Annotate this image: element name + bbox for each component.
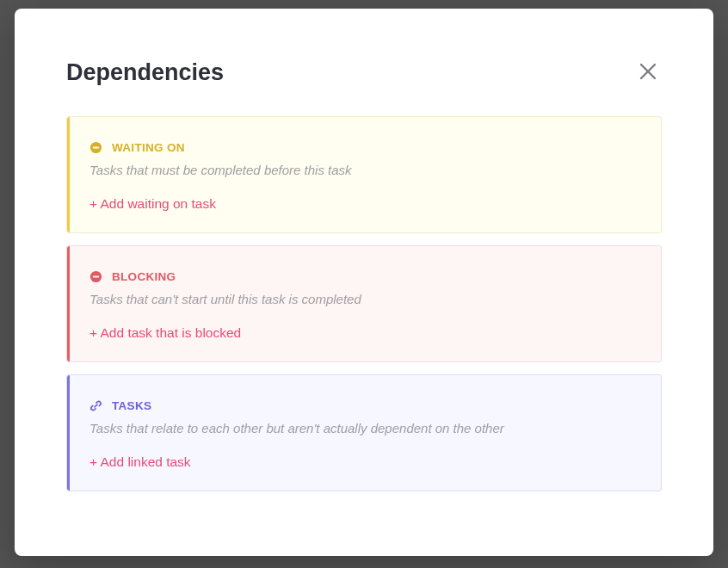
svg-rect-5 (93, 276, 100, 278)
add-blocking-button[interactable]: + Add task that is blocked (89, 325, 241, 341)
section-description: Tasks that must be completed before this… (89, 163, 639, 177)
section-header: BLOCKING (89, 270, 639, 283)
section-description: Tasks that can't start until this task i… (89, 292, 639, 306)
add-linked-task-button[interactable]: + Add linked task (89, 454, 191, 470)
link-icon (89, 399, 102, 412)
minus-circle-icon (89, 270, 102, 283)
section-description: Tasks that relate to each other but aren… (89, 421, 639, 435)
section-label: TASKS (112, 399, 151, 412)
section-waiting-on: WAITING ON Tasks that must be completed … (66, 116, 662, 233)
section-header: WAITING ON (89, 141, 639, 154)
section-linked-tasks: TASKS Tasks that relate to each other bu… (66, 374, 662, 491)
close-button[interactable] (634, 59, 662, 86)
section-header: TASKS (89, 399, 639, 412)
dependencies-modal: Dependencies WAITING ON Tasks that must … (15, 9, 713, 556)
minus-circle-icon (89, 141, 102, 154)
close-icon (638, 61, 658, 84)
add-waiting-on-button[interactable]: + Add waiting on task (89, 196, 216, 212)
modal-header: Dependencies (66, 59, 662, 86)
svg-rect-3 (93, 147, 100, 149)
modal-title: Dependencies (66, 59, 224, 86)
section-label: WAITING ON (112, 141, 185, 154)
section-blocking: BLOCKING Tasks that can't start until th… (66, 245, 662, 362)
section-label: BLOCKING (112, 270, 176, 283)
